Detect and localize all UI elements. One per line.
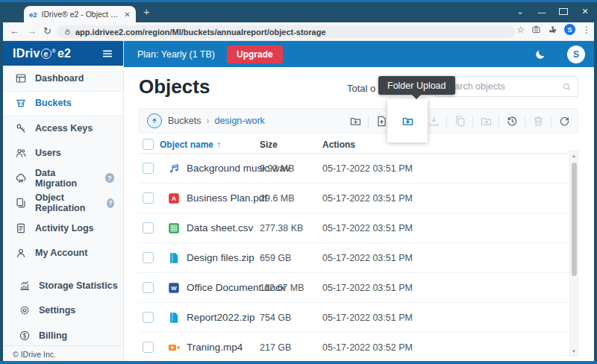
object-size: 217 GB	[260, 342, 291, 353]
sidebar-item-my-account[interactable]: My Account	[3, 241, 123, 266]
object-size: 29.6 MB	[260, 193, 295, 204]
close-window-button[interactable]: ✕	[581, 7, 590, 16]
object-name[interactable]: Report2022.zip	[187, 312, 255, 323]
folder-upload-icon	[401, 115, 414, 128]
table-row[interactable]: Data sheet.csv277.38 KB05-17-2022 03:51 …	[139, 213, 578, 243]
row-checkbox[interactable]	[143, 192, 154, 204]
scroll-up-icon[interactable]: ▲	[570, 154, 578, 158]
row-checkbox[interactable]	[143, 282, 154, 293]
row-checkbox[interactable]	[143, 342, 154, 353]
settings-icon	[19, 304, 31, 316]
refresh-icon	[558, 115, 571, 128]
sidebar-item-buckets[interactable]: Buckets	[3, 91, 123, 116]
object-name[interactable]: Traning.mp4	[187, 342, 243, 353]
toolbar-divider	[446, 116, 447, 127]
upload-folder-button[interactable]	[398, 108, 417, 134]
sidebar-item-dashboard[interactable]: Dashboard	[3, 66, 123, 91]
browser-menu-icon[interactable]: ⋮	[582, 25, 591, 35]
object-name[interactable]: Design files.zip	[187, 252, 254, 263]
sidebar-item-access-keys[interactable]: Access Keys	[3, 116, 123, 141]
table-row[interactable]: WOffice Document.docx112.67 MB05-17-2022…	[139, 273, 578, 303]
table-body: Background music.wav9.92 MB05-17-2022 03…	[139, 154, 578, 361]
object-modified-date: 05-17-2022 03:51 PM	[322, 163, 413, 174]
sidebar: IDrive®e2 DashboardBucketsAccess KeysUse…	[3, 41, 124, 361]
sidebar-item-billing[interactable]: Billing	[3, 323, 123, 348]
maximize-icon	[559, 8, 568, 15]
sidebar-item-settings[interactable]: Settings	[3, 298, 123, 324]
sidebar-item-data-migration[interactable]: Data Migration?	[3, 166, 123, 191]
object-name[interactable]: Business Plan.pdf	[187, 192, 267, 204]
object-modified-date: 05-17-2022 03:51 PM	[322, 223, 413, 233]
user-avatar[interactable]: S	[567, 46, 585, 63]
hamburger-menu-icon[interactable]	[101, 48, 113, 60]
camera-icon[interactable]	[531, 25, 541, 34]
sidebar-menu: DashboardBucketsAccess KeysUsersData Mig…	[3, 66, 123, 348]
sidebar-item-label: Activity Logs	[35, 223, 94, 233]
row-checkbox[interactable]	[143, 312, 154, 323]
dark-mode-moon-icon[interactable]	[534, 48, 546, 60]
total-objects-label: Total o	[347, 83, 375, 94]
forward-button[interactable]: →	[27, 25, 37, 37]
table-scrollbar[interactable]: ▲ ▼	[569, 151, 578, 357]
copyright-text: © IDrive Inc.	[3, 345, 123, 361]
toolbar-divider	[525, 116, 525, 127]
help-badge-icon[interactable]: ?	[105, 173, 114, 183]
row-checkbox[interactable]	[143, 222, 154, 233]
bucket-home-icon[interactable]	[147, 113, 162, 128]
maximize-button[interactable]	[559, 7, 568, 16]
reload-button[interactable]: ↻	[43, 25, 51, 37]
row-checkbox[interactable]	[143, 163, 154, 174]
plan-label: Plan: Yearly (1 TB)	[137, 49, 215, 60]
browser-profile-avatar[interactable]: S	[564, 24, 575, 35]
table-row[interactable]: Design files.zip659 GB05-17-2022 03:51 P…	[139, 243, 578, 273]
table-row[interactable]: ABusiness Plan.pdf29.6 MB05-17-2022 03:5…	[139, 183, 578, 213]
scrollbar-thumb[interactable]	[572, 163, 577, 276]
url-text: app.idrivee2.com/region/MI/buckets/annua…	[75, 28, 326, 37]
scroll-down-icon[interactable]: ▼	[570, 349, 578, 354]
trash-icon	[532, 115, 545, 128]
sidebar-item-label: Dashboard	[35, 73, 84, 84]
address-bar[interactable]: app.idrivee2.com/region/MI/buckets/annua…	[57, 25, 515, 38]
app-logo: IDrive®e2	[3, 41, 123, 66]
table-header: Object name↑ Size Actions	[139, 138, 578, 154]
browser-tab[interactable]: e2 IDrive® e2 - Object storage ✕	[24, 6, 136, 22]
file-audio-icon	[167, 162, 181, 175]
object-modified-date: 05-17-2022 03:51 PM	[322, 253, 413, 263]
copy-icon	[454, 115, 466, 128]
sidebar-item-label: Object Replication	[35, 192, 99, 213]
extensions-puzzle-icon[interactable]	[548, 25, 557, 34]
column-actions: Actions	[322, 139, 355, 150]
column-size[interactable]: Size	[260, 139, 278, 150]
upgrade-button[interactable]: Upgrade	[227, 46, 283, 63]
tab-search-chevron-icon[interactable]: ⌄	[516, 7, 525, 16]
minimize-button[interactable]: —	[537, 7, 546, 16]
back-button[interactable]: ←	[10, 25, 19, 37]
table-row[interactable]: Background music.wav9.92 MB05-17-2022 03…	[139, 154, 578, 183]
sidebar-item-users[interactable]: Users	[3, 141, 123, 166]
select-all-checkbox[interactable]	[143, 139, 154, 150]
tab-close-icon[interactable]: ✕	[125, 10, 131, 19]
create-folder-button[interactable]	[346, 108, 365, 134]
sidebar-item-storage-statistics[interactable]: Storage Statistics	[3, 273, 123, 298]
breadcrumb-current[interactable]: design-work	[214, 116, 264, 126]
sidebar-item-object-replication[interactable]: Object Replication?	[3, 191, 123, 216]
new-tab-button[interactable]: +	[143, 6, 150, 17]
sidebar-item-label: Settings	[39, 305, 75, 316]
search-box	[435, 76, 578, 97]
breadcrumb-root[interactable]: Buckets	[168, 116, 201, 126]
search-input[interactable]	[436, 77, 578, 96]
object-name[interactable]: Data sheet.csv	[187, 222, 253, 233]
help-badge-icon[interactable]: ?	[107, 198, 114, 208]
bookmark-star-icon[interactable]: ☆	[516, 25, 525, 35]
file-upload-icon	[375, 115, 388, 128]
sidebar-item-activity-logs[interactable]: Activity Logs	[3, 216, 123, 241]
replication-icon	[15, 197, 27, 209]
refresh-button[interactable]	[554, 108, 574, 134]
table-row[interactable]: Traning.mp4217 GB05-17-2022 03:52 PM	[139, 333, 578, 361]
row-checkbox[interactable]	[143, 252, 154, 263]
file-pdf-icon: A	[167, 192, 181, 205]
table-row[interactable]: Report2022.zip754 GB05-17-2022 03:51 PM	[139, 303, 578, 333]
column-object-name[interactable]: Object name↑	[160, 139, 221, 150]
versions-button[interactable]	[502, 108, 522, 134]
tab-favicon: e2	[29, 10, 37, 19]
